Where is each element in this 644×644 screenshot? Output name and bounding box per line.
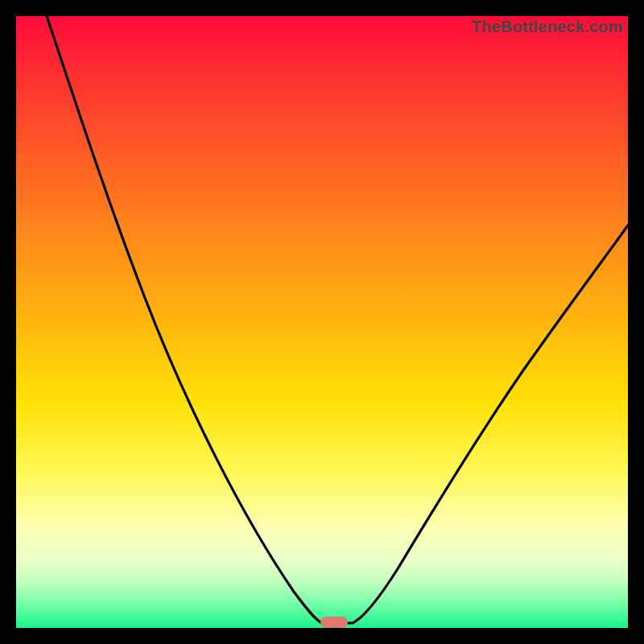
plot-area: TheBottleneck.com bbox=[16, 16, 628, 628]
bottleneck-curve bbox=[16, 16, 628, 628]
curve-path bbox=[47, 16, 628, 623]
optimal-marker bbox=[320, 617, 348, 628]
chart-frame: TheBottleneck.com bbox=[0, 0, 644, 644]
